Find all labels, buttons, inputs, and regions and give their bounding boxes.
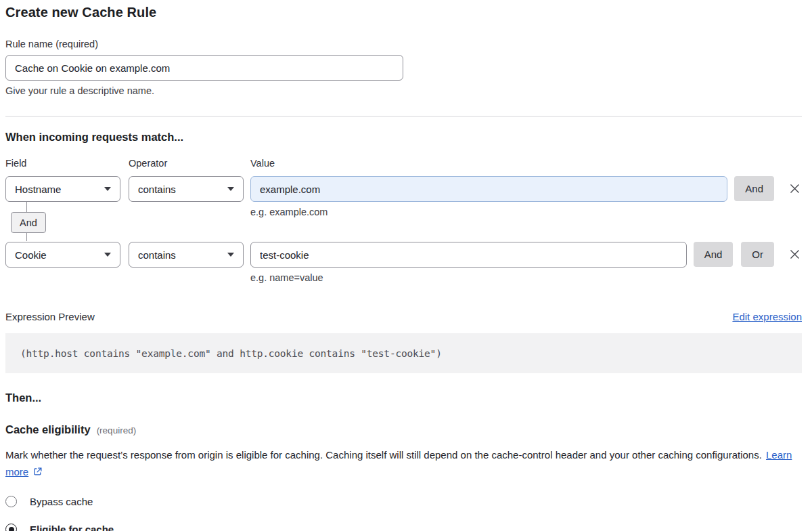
radio-button-icon: [5, 524, 17, 531]
field-select-value: Cookie: [15, 249, 47, 261]
then-heading: Then...: [5, 391, 802, 404]
create-cache-rule-page: Create new Cache Rule Rule name (require…: [0, 0, 812, 531]
remove-condition-button[interactable]: [787, 242, 802, 267]
value-column-label: Value: [250, 158, 802, 169]
operator-select-value: contains: [138, 184, 176, 195]
chevron-down-icon: [227, 253, 234, 257]
radio-eligible-for-cache[interactable]: Eligible for cache: [5, 524, 802, 531]
condition-row-2: Cookie contains e.g. name=value And Or: [5, 242, 802, 283]
radio-label: Eligible for cache: [30, 524, 114, 531]
external-link-icon: [32, 467, 43, 477]
expression-code: (http.host contains "example.com" and ht…: [5, 333, 802, 373]
and-button[interactable]: And: [734, 176, 774, 201]
remove-condition-button[interactable]: [787, 176, 802, 201]
field-select-value: Hostname: [15, 184, 61, 195]
condition-row-1: Hostname contains e.g. example.com And: [5, 176, 802, 217]
edit-expression-link[interactable]: Edit expression: [732, 311, 802, 322]
or-button[interactable]: Or: [741, 242, 774, 267]
close-icon: [788, 182, 801, 195]
radio-button-icon: [5, 496, 17, 507]
and-button[interactable]: And: [694, 242, 734, 267]
value-input[interactable]: [250, 176, 727, 202]
and-connector-button[interactable]: And: [11, 212, 46, 233]
value-column: e.g. name=value: [250, 242, 687, 283]
operator-column-label: Operator: [129, 158, 244, 169]
expression-preview-header: Expression Preview Edit expression: [5, 311, 802, 322]
row-actions: And Or: [694, 242, 774, 267]
match-heading: When incoming requests match...: [5, 131, 802, 144]
operator-select[interactable]: contains: [129, 242, 244, 268]
condition-connector: And: [5, 212, 46, 233]
rule-name-input[interactable]: [5, 55, 403, 81]
value-column: e.g. example.com: [250, 176, 727, 217]
close-icon: [788, 248, 801, 261]
chevron-down-icon: [104, 187, 111, 191]
operator-select[interactable]: contains: [129, 176, 244, 202]
cache-eligibility-heading: Cache eligibility: [5, 423, 91, 436]
chevron-down-icon: [227, 187, 234, 191]
expression-preview-label: Expression Preview: [5, 311, 95, 322]
required-note: (required): [97, 425, 137, 436]
value-hint: e.g. example.com: [250, 207, 727, 217]
value-hint: e.g. name=value: [250, 272, 687, 283]
rule-name-helper: Give your rule a descriptive name.: [5, 85, 802, 96]
section-divider: [5, 116, 802, 116]
cache-eligibility-description: Mark whether the request’s response from…: [5, 446, 802, 480]
page-title: Create new Cache Rule: [5, 5, 802, 20]
operator-select-value: contains: [138, 249, 176, 261]
rule-name-label: Rule name (required): [5, 39, 802, 49]
field-select[interactable]: Hostname: [5, 176, 120, 202]
value-input[interactable]: [250, 242, 687, 268]
cache-eligibility-heading-row: Cache eligibility (required): [5, 423, 802, 436]
radio-bypass-cache[interactable]: Bypass cache: [5, 496, 802, 507]
row-actions: And: [734, 176, 774, 201]
chevron-down-icon: [104, 253, 111, 257]
field-select[interactable]: Cookie: [5, 242, 120, 268]
condition-column-labels: Field Operator Value: [5, 158, 802, 169]
description-text: Mark whether the request’s response from…: [5, 449, 762, 461]
radio-label: Bypass cache: [30, 496, 93, 507]
field-column-label: Field: [5, 158, 120, 169]
